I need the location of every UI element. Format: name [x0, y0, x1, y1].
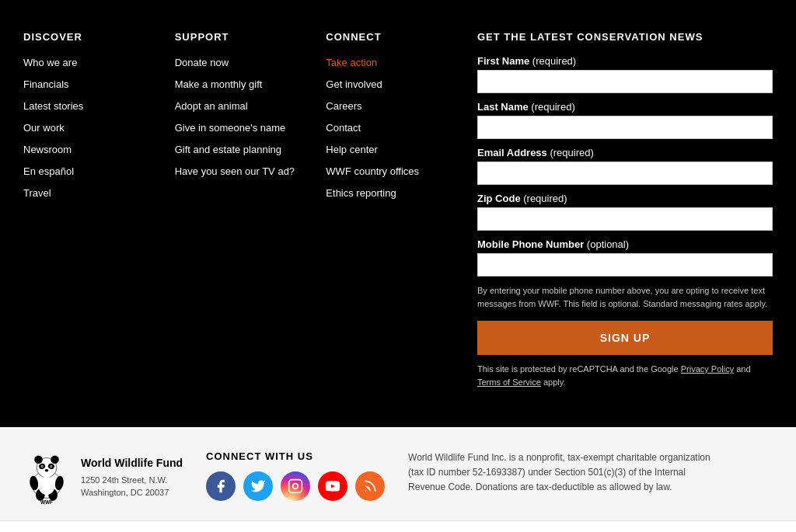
svg-point-15	[39, 477, 55, 495]
svg-point-20	[365, 490, 366, 492]
email-input[interactable]	[477, 162, 773, 185]
discover-heading: DISCOVER	[23, 31, 159, 43]
twitter-icon[interactable]	[243, 471, 273, 501]
list-item: Take action	[326, 55, 462, 69]
connect-list: Take action Get involved Careers Contact…	[326, 55, 462, 200]
support-link-donate[interactable]: Donate now	[175, 57, 229, 68]
connect-link-contact[interactable]: Contact	[326, 122, 361, 134]
support-list: Donate now Make a monthly gift Adopt an …	[175, 55, 311, 178]
org-name: World Wildlife Fund	[81, 457, 183, 469]
phone-label: Mobile Phone Number (optional)	[477, 238, 773, 250]
list-item: Newsroom	[23, 142, 159, 156]
list-item: WWF country offices	[326, 164, 462, 178]
support-link-adopt[interactable]: Adopt an animal	[175, 100, 248, 112]
rss-icon[interactable]	[355, 471, 385, 501]
wwf-panda-logo: WWF	[23, 450, 70, 505]
support-column: SUPPORT Donate now Make a monthly gift A…	[175, 31, 326, 388]
newsletter-column: GET THE LATEST CONSERVATION NEWS First N…	[477, 31, 773, 388]
connect-column: CONNECT Take action Get involved Careers…	[326, 31, 477, 388]
list-item: Donate now	[175, 55, 311, 69]
support-link-estate[interactable]: Gift and estate planning	[175, 144, 281, 155]
support-heading: SUPPORT	[175, 31, 311, 43]
discover-link-who-we-are[interactable]: Who we are	[23, 57, 77, 68]
connect-link-country-offices[interactable]: WWF country offices	[326, 165, 419, 177]
bottom-footer: WWF World Wildlife Fund 1250 24th Street…	[0, 427, 796, 520]
list-item: Adopt an animal	[175, 99, 311, 113]
social-connect: CONNECT WITH US	[206, 450, 385, 501]
svg-point-2	[34, 455, 43, 464]
list-item: Help center	[326, 142, 462, 156]
discover-column: DISCOVER Who we are Financials Latest st…	[23, 31, 175, 388]
first-name-group: First Name (required)	[477, 55, 773, 93]
connect-with-us-heading: CONNECT WITH US	[206, 450, 385, 462]
list-item: Contact	[326, 120, 462, 134]
last-name-input[interactable]	[477, 116, 773, 139]
zip-label: Zip Code (required)	[477, 193, 773, 204]
list-item: Who we are	[23, 55, 159, 69]
list-item: Give in someone's name	[175, 120, 311, 134]
facebook-icon[interactable]	[206, 471, 236, 501]
last-name-label: Last Name (required)	[477, 101, 773, 113]
newsletter-heading: GET THE LATEST CONSERVATION NEWS	[477, 31, 773, 43]
support-link-tv-ad[interactable]: Have you seen our TV ad?	[175, 165, 295, 177]
nonprofit-description: World Wildlife Fund Inc. is a nonprofit,…	[408, 450, 719, 495]
first-name-label: First Name (required)	[477, 55, 773, 67]
connect-link-help[interactable]: Help center	[326, 144, 377, 155]
connect-link-take-action[interactable]: Take action	[326, 57, 377, 68]
zip-group: Zip Code (required)	[477, 193, 773, 231]
svg-point-10	[45, 469, 49, 472]
support-link-monthly[interactable]: Make a monthly gift	[175, 78, 263, 90]
last-name-group: Last Name (required)	[477, 101, 773, 139]
list-item: Make a monthly gift	[175, 77, 311, 91]
svg-text:WWF: WWF	[40, 499, 53, 505]
wwf-logo-area: WWF World Wildlife Fund 1250 24th Street…	[23, 450, 183, 505]
discover-link-espanol[interactable]: En español	[23, 165, 74, 177]
svg-point-3	[51, 455, 59, 464]
svg-point-8	[41, 466, 43, 468]
connect-heading: CONNECT	[326, 31, 462, 43]
list-item: Get involved	[326, 77, 462, 91]
top-footer: DISCOVER Who we are Financials Latest st…	[0, 0, 796, 427]
first-name-input[interactable]	[477, 70, 773, 93]
phone-group: Mobile Phone Number (optional)	[477, 238, 773, 276]
discover-list: Who we are Financials Latest stories Our…	[23, 55, 159, 200]
list-item: Careers	[326, 99, 462, 113]
youtube-icon[interactable]	[318, 471, 347, 501]
recaptcha-notice: This site is protected by reCAPTCHA and …	[477, 363, 773, 388]
list-item: Ethics reporting	[326, 186, 462, 200]
list-item: Travel	[23, 186, 159, 200]
email-group: Email Address (required)	[477, 147, 773, 185]
wwf-info: World Wildlife Fund 1250 24th Street, N.…	[81, 457, 183, 499]
email-label: Email Address (required)	[477, 147, 773, 158]
org-address: 1250 24th Street, N.W. Washington, DC 20…	[81, 474, 183, 499]
discover-link-latest-stories[interactable]: Latest stories	[23, 100, 83, 112]
svg-rect-17	[289, 480, 302, 493]
discover-link-our-work[interactable]: Our work	[23, 122, 65, 134]
instagram-icon[interactable]	[281, 471, 310, 501]
list-item: Financials	[23, 77, 159, 91]
list-item: Gift and estate planning	[175, 142, 311, 156]
list-item: En español	[23, 164, 159, 178]
list-item: Latest stories	[23, 99, 159, 113]
footer-columns: DISCOVER Who we are Financials Latest st…	[23, 31, 477, 388]
connect-link-get-involved[interactable]: Get involved	[326, 78, 382, 90]
bottom-links-bar: Site Terms Privacy Policy/Your Privacy R…	[0, 520, 796, 532]
list-item: Our work	[23, 120, 159, 134]
svg-point-9	[51, 466, 52, 468]
discover-link-newsroom[interactable]: Newsroom	[23, 144, 72, 155]
connect-link-ethics[interactable]: Ethics reporting	[326, 187, 396, 199]
discover-link-travel[interactable]: Travel	[23, 187, 51, 199]
list-item: Have you seen our TV ad?	[175, 164, 311, 178]
phone-input[interactable]	[477, 253, 773, 276]
sign-up-button[interactable]: SIGN UP	[477, 321, 773, 355]
support-link-gift-someone[interactable]: Give in someone's name	[175, 122, 286, 134]
social-icons	[206, 471, 385, 501]
zip-input[interactable]	[477, 207, 773, 231]
phone-disclaimer: By entering your mobile phone number abo…	[477, 284, 773, 310]
privacy-policy-link[interactable]: Privacy Policy	[681, 364, 734, 374]
connect-link-careers[interactable]: Careers	[326, 100, 361, 112]
discover-link-financials[interactable]: Financials	[23, 78, 69, 90]
terms-of-service-link[interactable]: Terms of Service	[477, 377, 541, 387]
